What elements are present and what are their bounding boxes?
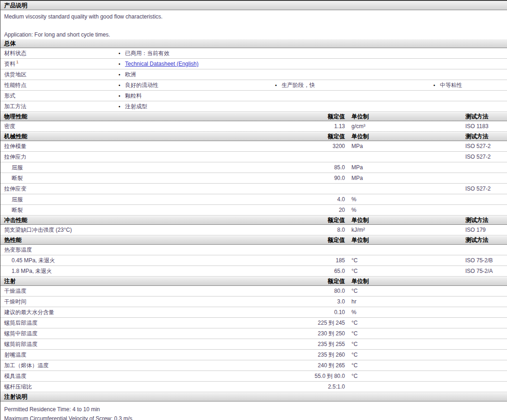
property-sections: 物理性能额定值单位制测试方法密度1.13g/cm³ISO 1183机械性能额定值… [0, 112, 507, 392]
property-section-header: 物理性能额定值单位制测试方法 [0, 112, 507, 121]
property-row: 模具温度55.0 到 80.0°C [0, 371, 507, 382]
property-row: 热变形温度 [0, 245, 507, 255]
property-row: 简支梁缺口冲击强度 (23°C)8.0kJ/m²ISO 179 [0, 225, 507, 235]
column-header-value: 额定值 [274, 133, 348, 141]
property-row: 断裂90.0MPa [0, 173, 507, 184]
general-item: •欧洲 [119, 71, 275, 79]
property-label: 断裂 [0, 174, 274, 182]
property-unit: % [348, 207, 465, 213]
row-label: 加工方法 [0, 103, 119, 111]
property-unit: g/cm³ [348, 123, 465, 130]
column-header-unit: 单位制 [348, 133, 465, 141]
property-row: 建议的最大水分含量0.10% [0, 307, 507, 318]
bullet-icon: • [119, 93, 125, 99]
general-row: 形式•颗粒料 [0, 91, 507, 101]
bullet-icon: • [119, 104, 125, 109]
property-unit: MPa [348, 164, 465, 171]
property-row: 0.45 MPa, 未退火185°CISO 75-2/B [0, 255, 507, 266]
property-value: 3200 [274, 143, 348, 149]
property-label: 射嘴温度 [0, 351, 274, 359]
property-row: 1.8 MPa, 未退火65.0°CISO 75-2/A [0, 266, 507, 277]
property-value: 0.10 [274, 309, 348, 315]
property-value: 65.0 [274, 268, 348, 274]
property-unit: °C [348, 268, 465, 274]
section-title: 总体 [0, 40, 274, 48]
material-datasheet: 产品说明 Medium viscosity standard quality w… [0, 0, 507, 420]
section-title: 机械性能 [0, 133, 274, 141]
property-label: 屈服 [0, 164, 274, 172]
general-row: 资料1•Technical Datasheet (English) [0, 59, 507, 69]
property-label: 模具温度 [0, 372, 274, 380]
property-unit: °C [348, 352, 465, 358]
row-label: 供货地区 [0, 71, 119, 79]
general-row: 性能特点•良好的流动性•生产阶段，快•中等粘性 [0, 80, 507, 91]
row-label: 性能特点 [0, 81, 119, 89]
technical-datasheet-link[interactable]: Technical Datasheet (English) [125, 61, 199, 67]
bullet-icon: • [119, 50, 125, 56]
general-item-text: 中等粘性 [440, 82, 462, 88]
property-value: 230 到 250 [274, 330, 348, 338]
section-header-general: 总体 [0, 39, 507, 48]
property-label: 密度 [0, 123, 274, 130]
general-row: 材料状态•已商用：当前有效 [0, 48, 507, 59]
footnote-marker: 1 [16, 60, 19, 64]
bullet-icon: • [119, 82, 125, 88]
property-row: 螺杆压缩比2.5:1.0 [0, 382, 507, 392]
general-item: •已商用：当前有效 [119, 49, 275, 57]
column-header-value: 额定值 [274, 236, 348, 244]
property-value: 4.0 [274, 196, 348, 203]
section-header-injection-notes: 注射说明 [0, 392, 507, 401]
general-item: •Technical Datasheet (English) [119, 61, 275, 67]
property-label: 拉伸应变 [0, 185, 274, 193]
property-label: 简支梁缺口冲击强度 (23°C) [0, 226, 274, 234]
property-row: 屈服4.0% [0, 194, 507, 205]
column-header-unit: 单位制 [348, 236, 465, 244]
general-item: •注射成型 [119, 103, 275, 111]
general-item-text: 生产阶段，快 [282, 82, 315, 88]
property-unit: MPa [348, 175, 465, 181]
property-label: 屈服 [0, 196, 274, 204]
property-test-method: ISO 75-2/A [465, 268, 507, 274]
property-label: 干燥时间 [0, 298, 274, 306]
property-unit: °C [348, 257, 465, 264]
column-header-value: 额定值 [274, 113, 348, 121]
property-unit: hr [348, 298, 465, 305]
column-header-value: 额定值 [274, 216, 348, 224]
section-title: 注射 [0, 278, 274, 285]
general-rows: 材料状态•已商用：当前有效资料1•Technical Datasheet (En… [0, 48, 507, 112]
property-row: 密度1.13g/cm³ISO 1183 [0, 121, 507, 132]
property-label: 断裂 [0, 206, 274, 214]
property-row: 拉伸应变ISO 527-2 [0, 184, 507, 194]
property-row: 拉伸模量3200MPaISO 527-2 [0, 141, 507, 152]
section-header-product-description: 产品说明 [0, 1, 507, 10]
property-unit: °C [348, 330, 465, 337]
column-header-unit: 单位制 [348, 113, 465, 121]
property-value: 90.0 [274, 175, 348, 181]
general-row: 供货地区•欧洲 [0, 69, 507, 80]
property-row: 螺筒后部温度225 到 245°C [0, 318, 507, 328]
property-label: 热变形温度 [0, 246, 274, 254]
property-unit: °C [348, 341, 465, 347]
property-label: 螺筒前部温度 [0, 340, 274, 348]
property-value: 2.5:1.0 [274, 383, 348, 390]
general-item-text: 欧洲 [125, 71, 136, 78]
property-label: 建议的最大水分含量 [0, 309, 274, 316]
property-unit: % [348, 196, 465, 203]
property-section-header: 机械性能额定值单位制测试方法 [0, 132, 507, 141]
property-label: 拉伸模量 [0, 142, 274, 150]
bullet-icon: • [275, 82, 282, 88]
property-unit: °C [348, 373, 465, 379]
section-title: 注射说明 [0, 393, 274, 401]
property-unit: °C [348, 288, 465, 294]
general-item: •良好的流动性 [119, 81, 275, 89]
bullet-icon: • [433, 82, 440, 88]
property-label: 螺杆压缩比 [0, 383, 274, 391]
row-label: 形式 [0, 92, 119, 100]
property-label: 螺筒后部温度 [0, 319, 274, 327]
column-header-method: 测试方法 [465, 133, 507, 141]
column-header-unit: 单位制 [348, 216, 465, 224]
property-row: 拉伸应力ISO 527-2 [0, 152, 507, 162]
row-label: 材料状态 [0, 49, 119, 57]
property-section-header: 冲击性能额定值单位制测试方法 [0, 216, 507, 225]
section-title: 物理性能 [0, 113, 274, 121]
